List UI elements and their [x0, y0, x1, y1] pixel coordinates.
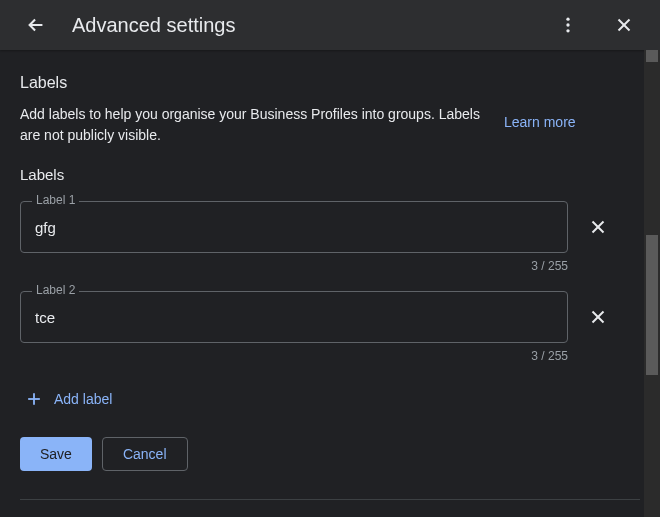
svg-point-2 [566, 29, 569, 32]
content-area: Labels Add labels to help you organise y… [0, 50, 660, 517]
scrollbar-thumb[interactable] [646, 235, 658, 375]
page-title: Advanced settings [72, 14, 235, 37]
field-label: Label 1 [32, 193, 79, 207]
clear-label-1-button[interactable] [578, 207, 618, 247]
add-label-button[interactable]: Add label [20, 381, 116, 417]
scrollbar-track[interactable] [644, 50, 660, 517]
char-counter: 3 / 255 [20, 259, 568, 273]
section-heading: Labels [20, 74, 640, 92]
cancel-button[interactable]: Cancel [102, 437, 188, 471]
more-options-button[interactable] [548, 5, 588, 45]
close-button[interactable] [604, 5, 644, 45]
back-button[interactable] [16, 5, 56, 45]
char-counter: 3 / 255 [20, 349, 568, 363]
svg-point-1 [566, 23, 569, 26]
header-bar: Advanced settings [0, 0, 660, 50]
label-field-row: Label 2 [20, 291, 640, 343]
save-button[interactable]: Save [20, 437, 92, 471]
scrollbar-up-arrow[interactable] [646, 50, 658, 62]
add-label-text: Add label [54, 391, 112, 407]
section-description: Add labels to help you organise your Bus… [20, 104, 480, 146]
labels-sub-heading: Labels [20, 166, 640, 183]
svg-point-0 [566, 18, 569, 21]
plus-icon [24, 389, 44, 409]
learn-more-link[interactable]: Learn more [504, 114, 576, 130]
clear-label-2-button[interactable] [578, 297, 618, 337]
label-input-1[interactable] [20, 201, 568, 253]
field-label: Label 2 [32, 283, 79, 297]
label-field-row: Label 1 [20, 201, 640, 253]
label-input-2[interactable] [20, 291, 568, 343]
section-divider [20, 499, 640, 500]
